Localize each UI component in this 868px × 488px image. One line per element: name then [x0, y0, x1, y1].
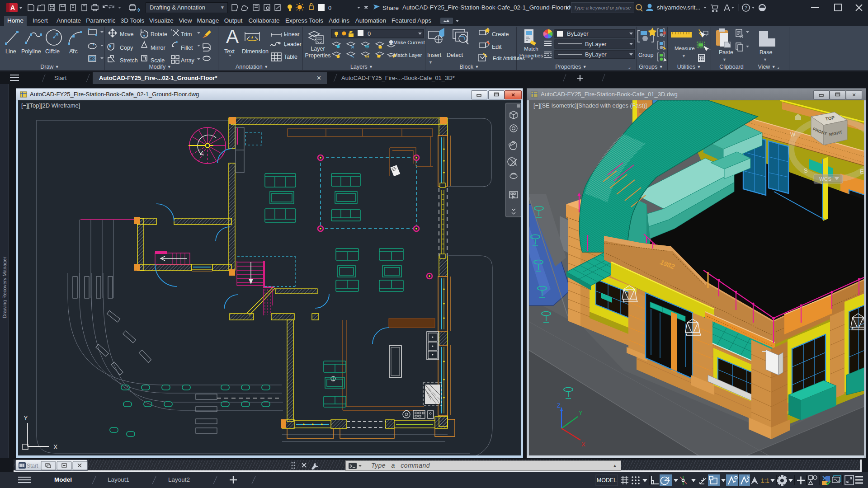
svg-text:Z: Z — [557, 402, 561, 409]
svg-text:E: E — [860, 168, 864, 175]
svg-text:1:1: 1:1 — [761, 477, 769, 484]
svg-text:?: ? — [745, 5, 747, 10]
svg-text:ByLayer: ByLayer — [585, 51, 607, 58]
svg-text:ByLayer: ByLayer — [567, 30, 589, 37]
svg-text:0: 0 — [328, 5, 331, 11]
svg-text:[−][Top][2D Wireframe]: [−][Top][2D Wireframe] — [21, 102, 80, 109]
svg-text:Start: Start — [27, 463, 38, 469]
svg-text:WCS: WCS — [819, 176, 831, 182]
svg-text:X: X — [581, 441, 585, 448]
svg-text:MODEL: MODEL — [597, 477, 617, 483]
svg-text:A: A — [226, 26, 239, 47]
svg-text:W: W — [790, 131, 796, 138]
svg-text:[−][SE Isometric][Shaded with: [−][SE Isometric][Shaded with edges (Fas… — [533, 102, 647, 109]
svg-text:Y: Y — [579, 409, 583, 416]
svg-text:Y: Y — [24, 414, 28, 422]
svg-text:X: X — [53, 443, 58, 450]
svg-text:shiyamdev.srit...: shiyamdev.srit... — [657, 4, 701, 11]
svg-text:S: S — [804, 167, 808, 174]
svg-text:ByLayer: ByLayer — [585, 41, 607, 47]
svg-text:0: 0 — [368, 30, 371, 37]
svg-text:Share: Share — [382, 5, 399, 11]
svg-text:A: A — [10, 4, 15, 11]
